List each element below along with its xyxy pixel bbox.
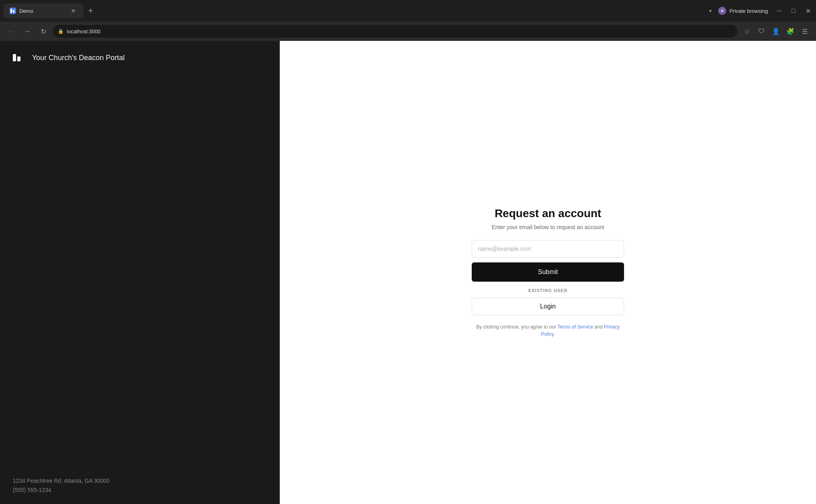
email-input[interactable]: [472, 240, 624, 258]
nav-bar-right: ☆ 🛡 👤 🧩 ☰: [741, 25, 811, 38]
left-panel: Your Church's Deacon Portal 1234 Peachtr…: [0, 41, 280, 504]
terms-text: By clicking continue, you agree to our T…: [472, 323, 624, 338]
tabs-dropdown-button[interactable]: ▾: [709, 8, 712, 14]
forward-button[interactable]: →: [21, 25, 34, 38]
address-bar[interactable]: 🔒 localhost:3000: [53, 25, 737, 38]
tab-close-button[interactable]: ✕: [70, 7, 77, 14]
close-window-button[interactable]: ✕: [803, 6, 813, 16]
svg-point-3: [721, 10, 723, 12]
address-text: localhost:3000: [67, 28, 101, 34]
logo-bars: [13, 54, 27, 61]
refresh-button[interactable]: ↻: [37, 25, 50, 38]
browser-tab-demo[interactable]: Demo ✕: [3, 4, 83, 18]
terms-of-service-link[interactable]: Terms of Service: [557, 324, 593, 330]
browser-chrome: Demo ✕ + ▾ Private browsing ─ □ ✕: [0, 0, 816, 41]
left-footer: 1234 Peachtree Rd. Atlanta, GA 30000 (55…: [13, 476, 267, 494]
private-browsing-label: Private browsing: [729, 8, 768, 14]
bookmark-button[interactable]: ☆: [741, 25, 753, 38]
tab-bar: Demo ✕ + ▾ Private browsing ─ □ ✕: [0, 0, 816, 22]
private-browsing-icon: [718, 7, 726, 15]
form-title: Request an account: [495, 207, 601, 220]
menu-button[interactable]: ☰: [798, 25, 811, 38]
account-button[interactable]: 👤: [770, 25, 782, 38]
request-form: Request an account Enter your email belo…: [472, 207, 624, 338]
terms-and: and: [593, 324, 604, 330]
maximize-button[interactable]: □: [789, 6, 798, 16]
address-line2: (555) 555-1234: [13, 486, 267, 494]
form-subtitle: Enter your email below to request an acc…: [492, 224, 604, 230]
logo-bar-2: [17, 56, 20, 61]
terms-prefix: By clicking continue, you agree to our: [476, 324, 557, 330]
address-line1: 1234 Peachtree Rd. Atlanta, GA 30000: [13, 476, 267, 485]
address-bar-security-icon: 🔒: [58, 28, 64, 34]
window-controls: ─ □ ✕: [774, 6, 813, 16]
nav-bar: ← → ↻ 🔒 localhost:3000 ☆ 🛡 👤 🧩 ☰: [0, 22, 816, 41]
logo-icon: [13, 50, 27, 65]
extensions-button[interactable]: 🧩: [784, 25, 797, 38]
existing-user-label: EXISTING USER: [528, 288, 568, 293]
page-content: Your Church's Deacon Portal 1234 Peachtr…: [0, 41, 816, 504]
minimize-button[interactable]: ─: [774, 6, 784, 16]
private-browsing-indicator: Private browsing: [718, 7, 768, 15]
right-panel: Request an account Enter your email belo…: [280, 41, 816, 504]
login-button[interactable]: Login: [472, 298, 624, 315]
tab-bar-right: ▾ Private browsing ─ □ ✕: [709, 6, 813, 16]
submit-button[interactable]: Submit: [472, 262, 624, 282]
tab-favicon: [10, 8, 16, 14]
terms-suffix: .: [553, 331, 555, 337]
svg-rect-1: [13, 10, 14, 13]
portal-title: Your Church's Deacon Portal: [32, 54, 125, 62]
logo-bar-1: [13, 54, 16, 61]
new-tab-button[interactable]: +: [85, 5, 96, 16]
left-header: Your Church's Deacon Portal: [13, 50, 267, 65]
svg-rect-0: [10, 9, 12, 13]
shield-button[interactable]: 🛡: [755, 25, 768, 38]
back-button[interactable]: ←: [5, 25, 18, 38]
tab-title: Demo: [19, 8, 67, 14]
